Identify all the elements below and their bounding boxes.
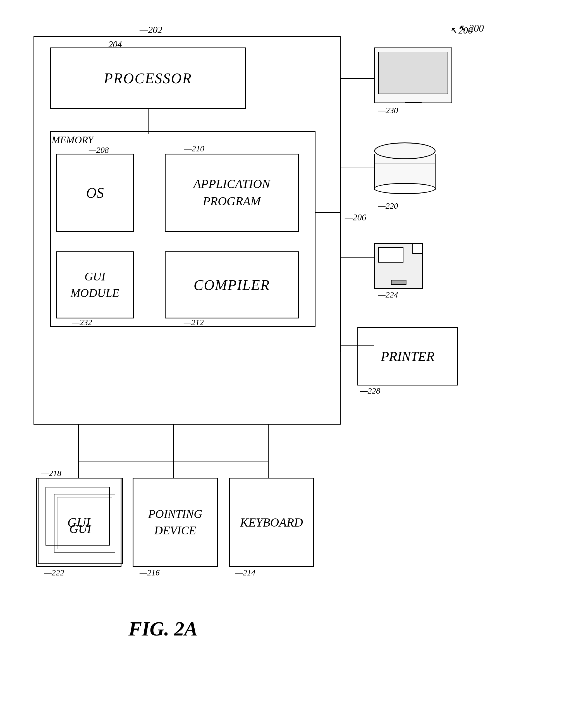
os-box: OS	[56, 154, 134, 232]
line-to-pointing	[173, 461, 174, 478]
cylinder-mid-line	[374, 163, 436, 164]
compiler-box: COMPILER	[165, 251, 299, 318]
line-to-keyboard	[268, 461, 269, 478]
cylinder-top-ellipse	[374, 143, 436, 159]
gui-module-label: GUI MODULE	[71, 268, 120, 302]
gui-display-absolute: GUI	[36, 478, 122, 567]
bus-line-vertical	[341, 78, 341, 352]
label-214: —214	[235, 568, 255, 577]
floppy-corner-notch2	[413, 244, 422, 254]
keyboard-label: KEYBOARD	[240, 515, 303, 530]
line-to-floppy	[341, 257, 374, 257]
curved-connector	[315, 212, 341, 213]
line-to-storage	[341, 168, 374, 168]
label-200-text: ↖200	[449, 25, 473, 36]
label-224: —224	[378, 290, 398, 299]
printer-box: PRINTER	[357, 327, 458, 386]
label-206: —206	[345, 212, 366, 223]
label-210: —210	[184, 144, 204, 153]
floppy-shutter2	[391, 280, 406, 285]
line-to-gui	[78, 461, 79, 478]
floppy-label2	[378, 247, 403, 263]
keyboard-box: KEYBOARD	[229, 478, 314, 567]
floppy-absolute	[374, 243, 423, 289]
app-program-label: APPLICATION PROGRAM	[193, 175, 270, 210]
processor-box: PROCESSOR	[50, 47, 246, 109]
monitor-wrapper	[374, 47, 452, 103]
gui-module-box: GUI MODULE	[56, 251, 134, 318]
monitor-stand-base	[405, 96, 422, 103]
label-218: —218	[41, 469, 61, 478]
line-proc-mem	[148, 109, 149, 134]
gui-label-text: GUI	[67, 515, 90, 530]
pointing-device-box: POINTING DEVICE	[133, 478, 218, 567]
cylinder-wrapper	[374, 143, 441, 198]
app-program-box: APPLICATION PROGRAM	[165, 154, 299, 232]
line-to-monitor	[341, 78, 374, 79]
monitor-screen	[378, 52, 448, 94]
processor-label: PROCESSOR	[104, 70, 192, 87]
bottom-line-right	[268, 424, 269, 461]
os-label: OS	[86, 185, 104, 201]
label-202: —202	[140, 25, 162, 35]
monitor-box	[374, 47, 452, 103]
label-212: —212	[184, 318, 204, 327]
label-232: —232	[72, 318, 92, 327]
label-222: —222	[44, 568, 64, 577]
label-228: —228	[360, 386, 380, 396]
bottom-line-left	[78, 424, 79, 461]
label-230: —230	[378, 106, 398, 115]
label-216: —216	[140, 568, 160, 577]
printer-label: PRINTER	[381, 349, 435, 364]
cylinder-bottom-ellipse	[374, 183, 436, 194]
compiler-label: COMPILER	[193, 277, 270, 293]
label-220: —220	[378, 201, 398, 211]
pointing-device-label: POINTING DEVICE	[148, 506, 203, 539]
fig-caption: FIG. 2A	[128, 617, 198, 641]
bottom-line-center	[173, 424, 174, 461]
